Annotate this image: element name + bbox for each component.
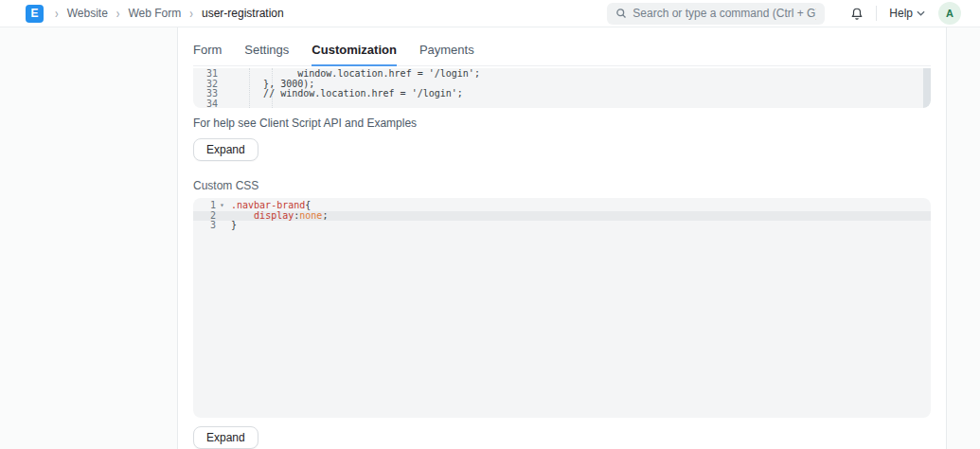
code-line: 31 window.location.href = '/login'; bbox=[193, 69, 931, 80]
breadcrumb-item-current: user-registration bbox=[202, 7, 284, 20]
css-selector-token: .navbar-brand bbox=[231, 200, 305, 210]
tab-customization[interactable]: Customization bbox=[312, 43, 397, 65]
code-text: display:none; bbox=[228, 211, 328, 222]
custom-css-editor[interactable]: 1 ▾ .navbar-brand{ 2 display:none; 3 } bbox=[193, 198, 931, 418]
client-script-help-text: For help see Client Script API and Examp… bbox=[193, 117, 931, 130]
top-navbar: E › Website › Web Form › user-registrati… bbox=[0, 0, 980, 27]
expand-client-script-button[interactable]: Expand bbox=[193, 138, 258, 161]
code-line-active: 2 display:none; bbox=[193, 211, 931, 222]
tab-settings[interactable]: Settings bbox=[244, 43, 289, 65]
webform-card: Form Settings Customization Payments 31 … bbox=[177, 27, 947, 449]
css-indent bbox=[231, 210, 254, 221]
tab-form[interactable]: Form bbox=[193, 43, 222, 65]
tab-payments[interactable]: Payments bbox=[419, 43, 474, 65]
expand-custom-css-button[interactable]: Expand bbox=[193, 426, 258, 449]
chevron-right-icon: › bbox=[189, 7, 193, 20]
fold-caret-icon[interactable]: ▾ bbox=[216, 201, 228, 211]
code-line: 33 // window.location.href = '/login'; bbox=[193, 89, 931, 99]
app-logo[interactable]: E bbox=[26, 5, 44, 23]
code-text bbox=[222, 99, 229, 109]
line-number: 33 bbox=[193, 89, 222, 99]
editor-scrollbar[interactable] bbox=[923, 68, 931, 108]
global-search[interactable] bbox=[607, 3, 825, 25]
css-semicolon-token: ; bbox=[322, 210, 328, 221]
code-text: // window.location.href = '/login'; bbox=[222, 89, 463, 99]
code-text: window.location.href = '/login'; bbox=[222, 69, 480, 80]
tab-bar: Form Settings Customization Payments bbox=[193, 27, 931, 66]
user-avatar[interactable]: A bbox=[938, 2, 961, 25]
line-number: 31 bbox=[193, 69, 222, 80]
client-script-editor[interactable]: 31 window.location.href = '/login'; 32 }… bbox=[193, 68, 931, 108]
css-property-token: display bbox=[254, 210, 294, 221]
notifications-bell-icon[interactable] bbox=[850, 7, 864, 21]
fold-col-spacer bbox=[216, 211, 228, 222]
line-number: 1 bbox=[193, 201, 216, 211]
chevron-right-icon: › bbox=[55, 7, 59, 20]
chevron-down-icon bbox=[917, 10, 925, 16]
css-brace-token: } bbox=[231, 220, 237, 230]
line-number: 34 bbox=[193, 99, 222, 109]
search-icon bbox=[615, 8, 627, 19]
code-line: 34 bbox=[193, 99, 931, 109]
css-value-token: none bbox=[299, 210, 322, 221]
line-number: 3 bbox=[193, 221, 216, 231]
breadcrumb: › Website › Web Form › user-registration bbox=[55, 7, 284, 20]
custom-css-label: Custom CSS bbox=[193, 179, 931, 192]
code-text: } bbox=[228, 221, 237, 231]
help-menu[interactable]: Help bbox=[889, 7, 925, 20]
breadcrumb-item-website[interactable]: Website bbox=[67, 7, 108, 20]
code-line: 3 } bbox=[193, 221, 931, 231]
navbar-divider bbox=[876, 6, 877, 21]
search-input[interactable] bbox=[633, 7, 816, 20]
fold-col-spacer bbox=[216, 221, 228, 231]
help-label: Help bbox=[889, 7, 913, 20]
chevron-right-icon: › bbox=[116, 7, 120, 20]
breadcrumb-item-web-form[interactable]: Web Form bbox=[128, 7, 181, 20]
css-brace-token: { bbox=[305, 200, 311, 210]
